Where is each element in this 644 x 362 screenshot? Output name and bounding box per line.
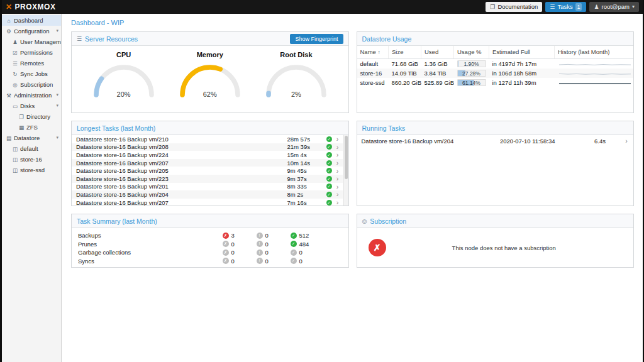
scrollbar[interactable] xyxy=(343,135,348,206)
task-row[interactable]: Datastore store-16 Backup vm/2239m 37s✓› xyxy=(72,175,343,183)
caret-down-icon[interactable]: ▾ xyxy=(56,92,58,97)
caret-down-icon[interactable]: ▾ xyxy=(56,28,58,33)
list-icon: ☰ xyxy=(77,36,82,42)
proxmox-logo: ✕ PROXMOX xyxy=(6,3,55,11)
chevron-right-icon[interactable]: › xyxy=(335,168,341,174)
datastore-icon: ▤ xyxy=(5,135,13,141)
sidebar-item-datastore-store-ssd[interactable]: ◫ store-ssd xyxy=(2,165,61,175)
task-row[interactable]: Datastore store-16 Backup vm/2048m 2s✓› xyxy=(72,190,343,199)
scrollbar-thumb[interactable] xyxy=(345,136,348,179)
task-row[interactable]: Datastore store-16 Backup vm/2018m 33s✓› xyxy=(72,183,343,191)
panel-title: Datastore Usage xyxy=(362,35,412,43)
tasks-button[interactable]: ☰ Tasks 1 xyxy=(545,2,586,12)
chevron-right-icon[interactable]: › xyxy=(335,191,341,197)
chevron-right-icon[interactable]: › xyxy=(623,138,630,144)
gear-icon: ⚙ xyxy=(5,28,13,35)
task-row[interactable]: Datastore store-16 Backup vm/21028m 57s✓… xyxy=(72,135,343,143)
chevron-right-icon[interactable]: › xyxy=(335,136,341,142)
chevron-right-icon[interactable]: › xyxy=(335,144,341,150)
caret-down-icon[interactable]: ▾ xyxy=(56,135,58,140)
ok-status-icon: ✓ xyxy=(326,136,332,142)
summary-row-syncs: Syncs ✗0 !0 ✓0 xyxy=(78,257,325,266)
caret-down-icon[interactable]: ▾ xyxy=(56,103,58,108)
proxmox-x-icon: ✕ xyxy=(6,3,13,11)
sidebar-item-sync-jobs[interactable]: ↻ Sync Jobs xyxy=(2,69,61,79)
summary-row-garbage-collections: Garbage collections ✗0 !0 ✓0 xyxy=(78,248,325,257)
sidebar-item-user-management[interactable]: ♟ User Management xyxy=(2,36,61,47)
disk-icon: ▭ xyxy=(11,103,19,109)
database-icon: ◫ xyxy=(11,146,19,152)
panel-title: Subscription xyxy=(370,217,406,225)
refresh-icon: ↻ xyxy=(11,71,19,77)
sidebar-item-directory[interactable]: ❐ Directory xyxy=(2,111,61,122)
root-disk-gauge-value: 2% xyxy=(262,90,331,98)
sidebar-item-administration[interactable]: ⚒ Administration ▾ xyxy=(2,90,61,101)
chevron-right-icon[interactable]: › xyxy=(335,199,341,206)
ok-status-icon: ✓ xyxy=(326,176,332,182)
caret-down-icon: ▾ xyxy=(632,2,635,12)
sidebar-item-datastore-default[interactable]: ◫ default xyxy=(2,143,61,154)
ok-count-icon: ✓ xyxy=(291,233,297,239)
cpu-gauge: CPU 20% xyxy=(80,51,167,99)
task-start-time: 2020-07-10 11:58:34 xyxy=(500,138,594,145)
user-icon: ♟ xyxy=(594,2,599,12)
user-menu-button[interactable]: ♟ root@pam ▾ xyxy=(589,2,639,12)
sidebar-item-configuration[interactable]: ⚙ Configuration ▾ xyxy=(2,26,61,36)
dashboard-icon: ⌂ xyxy=(5,18,13,24)
panel-title: Task Summary (last Month) xyxy=(77,217,157,225)
ok-status-icon: ✓ xyxy=(326,192,332,197)
ok-status-icon: ✓ xyxy=(326,168,332,173)
warning-count-icon: ! xyxy=(257,233,263,239)
column-header-size[interactable]: Size xyxy=(389,46,421,58)
ok-status-icon: ✓ xyxy=(326,144,332,150)
documentation-button[interactable]: ❐ Documentation xyxy=(486,2,542,12)
ok-status-icon: ✓ xyxy=(326,152,332,158)
error-count-icon: ✗ xyxy=(223,250,229,256)
datastore-usage-panel: Datastore Usage Name ↑ Size Used Usage %… xyxy=(357,31,635,113)
sidebar-item-subscription[interactable]: ◎ Subscription xyxy=(2,79,61,90)
column-header-usage[interactable]: Usage % xyxy=(454,46,489,58)
top-bar: ✕ PROXMOX ❐ Documentation ☰ Tasks 1 ♟ ro… xyxy=(2,0,643,14)
error-count-icon: ✗ xyxy=(223,241,229,247)
main-content: Dashboard - WIP ☰ Server Resources Show … xyxy=(62,14,643,362)
sidebar-item-disks[interactable]: ▭ Disks ▾ xyxy=(2,101,61,111)
sidebar-item-dashboard[interactable]: ⌂ Dashboard xyxy=(2,15,61,26)
ok-status-icon: ✓ xyxy=(326,160,332,166)
usage-history-sparkline xyxy=(558,60,632,68)
sidebar-item-remotes[interactable]: ☰ Remotes xyxy=(2,58,61,69)
datastore-row-store-16[interactable]: store-16 14.09 TiB 3.84 TiB 27.28% in 10… xyxy=(357,69,634,78)
column-header-history[interactable]: History (last Month) xyxy=(555,46,634,58)
error-count-icon: ✗ xyxy=(223,233,229,239)
longest-tasks-list: Datastore store-16 Backup vm/21028m 57s✓… xyxy=(72,135,348,206)
task-row[interactable]: Datastore store-16 Backup vm/22415m 4s✓› xyxy=(72,151,343,159)
column-header-estimated-full[interactable]: Estimated Full xyxy=(489,46,555,58)
error-count-icon: ✗ xyxy=(223,258,229,264)
sidebar-item-datastore[interactable]: ▤ Datastore ▾ xyxy=(2,133,61,143)
ok-status-icon: ✓ xyxy=(326,184,332,189)
server-icon: ☰ xyxy=(11,60,19,67)
cpu-gauge-value: 20% xyxy=(89,90,158,98)
tasks-count-badge: 1 xyxy=(575,3,582,11)
chevron-right-icon[interactable]: › xyxy=(335,184,341,190)
column-header-used[interactable]: Used xyxy=(421,46,454,58)
app-window: ✕ PROXMOX ❐ Documentation ☰ Tasks 1 ♟ ro… xyxy=(2,0,643,362)
chevron-right-icon[interactable]: › xyxy=(335,151,341,158)
task-row[interactable]: Datastore store-16 Backup vm/2077m 16s✓› xyxy=(72,199,343,206)
database-icon: ◫ xyxy=(11,156,19,163)
task-row[interactable]: Datastore store-16 Backup vm/20710m 14s✓… xyxy=(72,159,343,167)
datastore-row-store-ssd[interactable]: store-ssd 860.20 GiB 525.89 GiB 61.14% i… xyxy=(357,78,634,87)
show-fingerprint-button[interactable]: Show Fingerprint xyxy=(290,34,343,44)
chevron-right-icon[interactable]: › xyxy=(335,160,341,166)
root-disk-gauge: Root Disk 2% xyxy=(253,51,339,99)
task-row[interactable]: Datastore store-16 Backup vm/20821m 39s✓… xyxy=(72,143,343,151)
sidebar-item-datastore-store-16[interactable]: ◫ store-16 xyxy=(2,154,61,165)
sidebar-item-permissions[interactable]: ☑ Permissions xyxy=(2,47,61,58)
column-header-name[interactable]: Name ↑ xyxy=(357,46,389,58)
task-row[interactable]: Datastore store-16 Backup vm/2059m 45s✓› xyxy=(72,167,343,175)
database-icon: ◫ xyxy=(11,167,19,173)
datastore-row-default[interactable]: default 71.68 GiB 1.36 GiB 1.90% in 4197… xyxy=(357,58,634,69)
sidebar-item-zfs[interactable]: ▦ ZFS xyxy=(2,122,61,133)
running-task-row[interactable]: Datastore store-16 Backup vm/204 2020-07… xyxy=(357,135,634,145)
chevron-right-icon[interactable]: › xyxy=(335,175,341,182)
tools-icon: ⚒ xyxy=(5,92,13,99)
